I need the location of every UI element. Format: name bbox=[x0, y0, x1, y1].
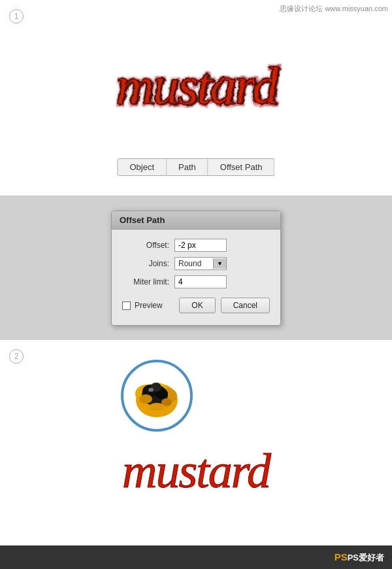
menu-offset-path-btn[interactable]: Offset Path bbox=[208, 158, 275, 176]
miter-input[interactable] bbox=[174, 275, 227, 288]
footer-text: PS爱好者 bbox=[348, 553, 384, 562]
mustard-fill: mustard bbox=[116, 56, 276, 114]
watermark: 思缘设计论坛 www.missyuan.com bbox=[280, 4, 388, 14]
miter-label: Miter limit: bbox=[122, 277, 174, 286]
preview-checkbox[interactable] bbox=[122, 302, 131, 310]
footer-bar: PSPS爱好者 bbox=[0, 545, 392, 569]
offset-label: Offset: bbox=[122, 241, 174, 250]
svg-point-8 bbox=[148, 388, 154, 392]
section1: 1 mustard mustard Object Path Offset Pat… bbox=[0, 0, 392, 196]
menu-path-btn[interactable]: Path bbox=[167, 158, 208, 176]
footer-logo: PSPS爱好者 bbox=[335, 551, 384, 564]
ok-button[interactable]: OK bbox=[179, 298, 215, 313]
joins-row: Joins: Round ▼ bbox=[122, 257, 270, 270]
dialog-title: Offset Path bbox=[120, 215, 165, 225]
section2: 2 bbox=[0, 340, 392, 569]
joins-select[interactable]: Round ▼ bbox=[174, 257, 227, 270]
step-number-2: 2 bbox=[9, 349, 24, 364]
section-middle: Offset Path Offset: Joins: Round ▼ Miter… bbox=[0, 196, 392, 340]
step-number-1: 1 bbox=[9, 9, 24, 24]
mustard-blob-svg bbox=[127, 366, 186, 425]
mustard-display-1: mustard mustard bbox=[65, 26, 327, 144]
joins-value: Round bbox=[175, 258, 213, 269]
dialog-body: Offset: Joins: Round ▼ Miter limit: Prev… bbox=[112, 230, 280, 325]
preview-area: Preview bbox=[122, 301, 179, 310]
mustard-text-1: mustard mustard bbox=[116, 56, 276, 115]
offset-path-dialog: Offset Path Offset: Joins: Round ▼ Miter… bbox=[111, 211, 281, 326]
menu-object-btn[interactable]: Object bbox=[117, 158, 167, 176]
miter-row: Miter limit: bbox=[122, 275, 270, 288]
mustard-display-2: mustard bbox=[65, 419, 327, 523]
dialog-buttons: OK Cancel bbox=[179, 298, 270, 313]
dialog-title-bar: Offset Path bbox=[112, 211, 280, 230]
dialog-footer: Preview OK Cancel bbox=[122, 298, 270, 316]
svg-point-11 bbox=[149, 403, 165, 411]
offset-row: Offset: bbox=[122, 239, 270, 252]
offset-input[interactable] bbox=[174, 239, 227, 252]
cancel-button[interactable]: Cancel bbox=[221, 298, 270, 313]
mustard-text-2: mustard bbox=[122, 443, 270, 499]
svg-point-9 bbox=[139, 394, 152, 404]
joins-label: Joins: bbox=[122, 259, 174, 268]
joins-dropdown-arrow[interactable]: ▼ bbox=[213, 258, 226, 269]
preview-label: Preview bbox=[135, 301, 163, 310]
menu-bar: Object Path Offset Path bbox=[117, 158, 274, 176]
